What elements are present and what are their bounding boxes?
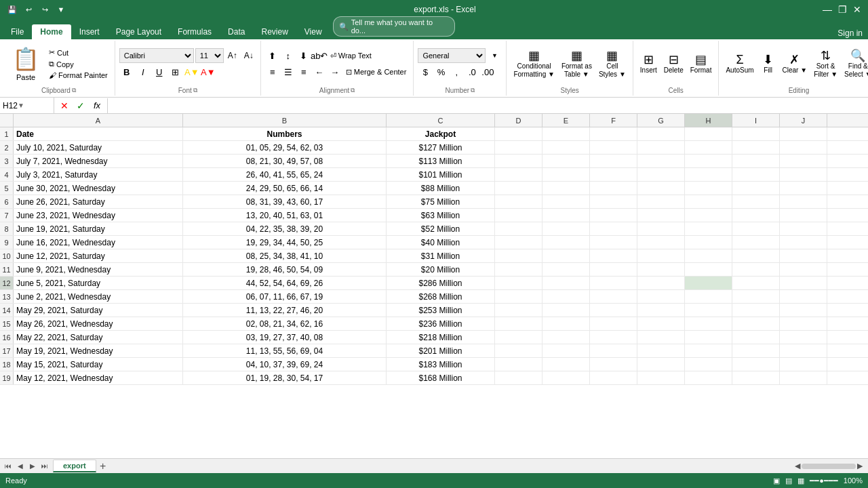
cell-i[interactable] xyxy=(732,249,780,262)
cell-g[interactable] xyxy=(637,168,685,181)
cell-b[interactable]: 44, 52, 54, 64, 69, 26 xyxy=(183,277,387,289)
cell-i[interactable] xyxy=(732,209,780,222)
cell-e[interactable] xyxy=(542,195,590,208)
cell-f[interactable] xyxy=(590,371,637,384)
cell-c[interactable]: $63 Million xyxy=(387,209,495,222)
page-layout-button[interactable]: ▤ xyxy=(785,476,792,485)
cell-c[interactable]: $253 Million xyxy=(387,304,495,317)
cell-b[interactable]: 04, 10, 37, 39, 69, 24 xyxy=(183,358,387,371)
cell-d[interactable] xyxy=(495,127,542,140)
format-painter-button[interactable]: 🖌 Format Painter xyxy=(46,70,111,80)
cell-f[interactable] xyxy=(590,304,637,317)
percent-button[interactable]: % xyxy=(433,64,448,79)
cell-e[interactable] xyxy=(542,182,590,195)
tab-file[interactable]: File xyxy=(3,24,32,39)
cell-e[interactable] xyxy=(542,222,590,235)
fill-color-button[interactable]: A▼ xyxy=(184,64,199,79)
tab-view[interactable]: View xyxy=(296,24,330,39)
cell-a[interactable]: Date xyxy=(14,127,183,140)
cell-c[interactable]: $31 Million xyxy=(387,249,495,262)
text-direction-button[interactable]: ab↶ xyxy=(312,48,327,63)
cell-g[interactable] xyxy=(637,155,685,167)
cell-b[interactable]: 01, 05, 29, 54, 62, 03 xyxy=(183,141,387,154)
cell-a[interactable]: May 19, 2021, Wednesday xyxy=(14,344,183,357)
cell-d[interactable] xyxy=(495,249,542,262)
cell-f[interactable] xyxy=(590,277,637,289)
row-number[interactable]: 3 xyxy=(0,155,14,167)
cell-d[interactable] xyxy=(495,331,542,344)
cell-j[interactable] xyxy=(780,236,827,249)
cell-f[interactable] xyxy=(590,317,637,330)
cell-h[interactable] xyxy=(685,209,732,222)
customize-qat-button[interactable]: ▼ xyxy=(54,3,68,16)
cell-a[interactable]: June 9, 2021, Wednesday xyxy=(14,263,183,276)
cell-c[interactable]: $101 Million xyxy=(387,168,495,181)
cell-h[interactable] xyxy=(685,249,732,262)
font-size-select[interactable]: 11 xyxy=(195,48,224,63)
clipboard-expand-icon[interactable]: ⧉ xyxy=(72,87,76,94)
col-header-f[interactable]: F xyxy=(590,114,637,127)
font-increase-button[interactable]: A↑ xyxy=(225,48,240,63)
cell-g[interactable] xyxy=(637,304,685,317)
cell-c[interactable]: $113 Million xyxy=(387,155,495,167)
cell-c[interactable]: $218 Million xyxy=(387,331,495,344)
font-color-button[interactable]: A▼ xyxy=(201,64,216,79)
cancel-formula-button[interactable]: ✕ xyxy=(57,98,72,113)
cell-c[interactable]: $127 Million xyxy=(387,141,495,154)
cell-d[interactable] xyxy=(495,236,542,249)
cell-j[interactable] xyxy=(780,290,827,303)
add-sheet-button[interactable]: + xyxy=(96,460,110,473)
cell-h[interactable] xyxy=(685,277,732,289)
cell-h[interactable] xyxy=(685,155,732,167)
merge-center-button[interactable]: ⊡ Merge & Center xyxy=(343,64,410,79)
cell-d[interactable] xyxy=(495,304,542,317)
cell-c[interactable]: Jackpot xyxy=(387,127,495,140)
cell-a[interactable]: June 19, 2021, Saturday xyxy=(14,222,183,235)
increase-indent-button[interactable]: → xyxy=(328,64,342,79)
col-header-h[interactable]: H xyxy=(685,114,732,127)
cell-i[interactable] xyxy=(732,127,780,140)
formula-input[interactable] xyxy=(108,98,868,113)
insert-function-button[interactable]: fx xyxy=(90,98,104,113)
cell-c[interactable]: $168 Million xyxy=(387,371,495,384)
corner-cell[interactable] xyxy=(0,114,14,127)
cell-e[interactable] xyxy=(542,168,590,181)
wrap-text-button[interactable]: ⏎ Wrap Text xyxy=(328,48,374,63)
cell-d[interactable] xyxy=(495,182,542,195)
cell-j[interactable] xyxy=(780,331,827,344)
tab-home[interactable]: Home xyxy=(32,24,71,39)
cell-a[interactable]: June 26, 2021, Saturday xyxy=(14,195,183,208)
cell-i[interactable] xyxy=(732,182,780,195)
cell-g[interactable] xyxy=(637,331,685,344)
cell-g[interactable] xyxy=(637,263,685,276)
cell-a[interactable]: May 29, 2021, Saturday xyxy=(14,304,183,317)
sheet-last-button[interactable]: ⏭ xyxy=(39,461,50,472)
cell-f[interactable] xyxy=(590,331,637,344)
cell-i[interactable] xyxy=(732,195,780,208)
font-decrease-button[interactable]: A↓ xyxy=(241,48,256,63)
cell-j[interactable] xyxy=(780,168,827,181)
cell-c[interactable]: $286 Million xyxy=(387,277,495,289)
cell-a[interactable]: May 15, 2021, Saturday xyxy=(14,358,183,371)
cell-i[interactable] xyxy=(732,277,780,289)
row-number[interactable]: 8 xyxy=(0,222,14,235)
cell-g[interactable] xyxy=(637,317,685,330)
col-header-e[interactable]: E xyxy=(542,114,590,127)
cell-g[interactable] xyxy=(637,290,685,303)
cell-a[interactable]: June 30, 2021, Wednesday xyxy=(14,182,183,195)
sign-in-button[interactable]: Sign in xyxy=(837,28,863,38)
cell-d[interactable] xyxy=(495,222,542,235)
cell-j[interactable] xyxy=(780,277,827,289)
cell-h[interactable] xyxy=(685,195,732,208)
bold-button[interactable]: B xyxy=(119,64,134,79)
cell-b[interactable]: 11, 13, 55, 56, 69, 04 xyxy=(183,344,387,357)
cell-f[interactable] xyxy=(590,263,637,276)
cell-a[interactable]: May 22, 2021, Saturday xyxy=(14,331,183,344)
cell-g[interactable] xyxy=(637,222,685,235)
cell-h[interactable] xyxy=(685,317,732,330)
cell-b[interactable]: 13, 20, 40, 51, 63, 01 xyxy=(183,209,387,222)
copy-button[interactable]: ⧉ Copy xyxy=(46,59,111,69)
cell-e[interactable] xyxy=(542,331,590,344)
cell-i[interactable] xyxy=(732,344,780,357)
decrease-decimal-button[interactable]: .0 xyxy=(465,64,479,79)
